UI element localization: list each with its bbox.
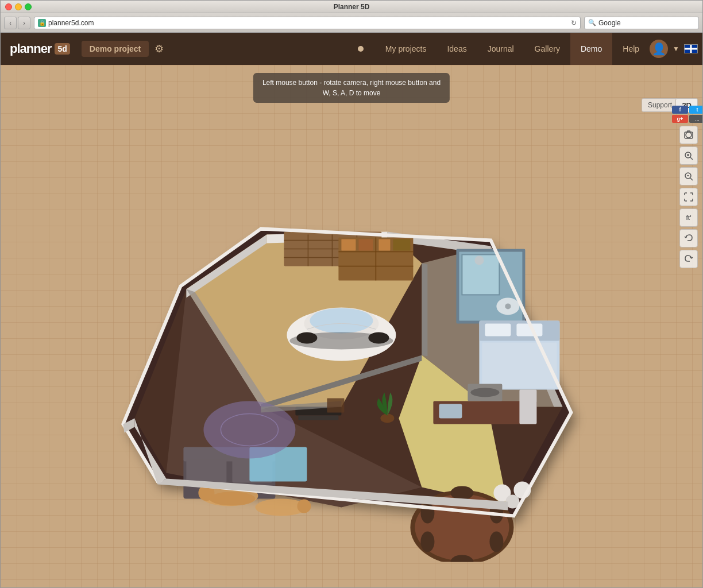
redo-button[interactable] xyxy=(679,250,698,268)
svg-rect-69 xyxy=(298,415,338,420)
maximize-button[interactable] xyxy=(25,3,32,10)
svg-point-81 xyxy=(209,492,255,505)
nav-help[interactable]: Help xyxy=(612,33,650,65)
tooltip-box: Left mouse button - rotate camera, right… xyxy=(253,73,450,103)
project-name[interactable]: Demo project xyxy=(82,41,149,57)
address-bar[interactable]: 🔒 planner5d.com ↻ xyxy=(34,17,581,29)
zoom-in-button[interactable] xyxy=(679,146,698,165)
svg-rect-52 xyxy=(485,323,511,336)
close-button[interactable] xyxy=(5,3,12,10)
svg-point-73 xyxy=(450,486,473,500)
header-right: 👤 ▼ xyxy=(650,40,702,58)
settings-icon[interactable]: ⚙ xyxy=(154,42,164,55)
svg-point-83 xyxy=(297,499,311,513)
nav-gallery[interactable]: Gallery xyxy=(524,33,570,65)
reload-icon[interactable]: ↻ xyxy=(571,19,577,27)
window-title: Planner 5D xyxy=(334,3,370,11)
user-dropdown-arrow[interactable]: ▼ xyxy=(673,45,679,53)
right-toolbar: f t g+ ... xyxy=(679,105,698,268)
svg-rect-54 xyxy=(482,342,557,388)
svg-point-0 xyxy=(686,132,692,138)
nav-my-projects[interactable]: My projects xyxy=(375,33,437,65)
svg-line-8 xyxy=(690,178,693,180)
googleplus-icon[interactable]: g+ xyxy=(672,115,688,123)
svg-point-78 xyxy=(489,531,503,552)
traffic-lights xyxy=(5,3,32,10)
svg-point-49 xyxy=(505,303,511,309)
units-button[interactable]: ft' xyxy=(679,208,698,227)
svg-rect-40 xyxy=(358,239,373,250)
back-button[interactable]: ‹ xyxy=(4,17,17,29)
browser-titlebar: Planner 5D xyxy=(1,1,702,13)
main-viewport[interactable]: Left mouse button - rotate camera, right… xyxy=(1,65,702,587)
search-placeholder: Google xyxy=(598,19,621,27)
svg-rect-41 xyxy=(378,239,390,250)
forward-button[interactable]: › xyxy=(18,17,30,29)
svg-rect-42 xyxy=(393,239,410,250)
floor-plan-3d[interactable] xyxy=(88,125,594,562)
svg-rect-59 xyxy=(519,389,536,424)
screenshot-button[interactable] xyxy=(679,126,698,144)
browser-window: Planner 5D ‹ › 🔒 planner5d.com ↻ 🔍 Googl… xyxy=(0,0,703,588)
svg-rect-39 xyxy=(341,239,356,250)
svg-rect-58 xyxy=(439,404,462,418)
nav-demo[interactable]: Demo xyxy=(570,33,612,65)
logo-area: planner 5d xyxy=(10,41,70,56)
undo-button[interactable] xyxy=(679,229,698,247)
address-text: planner5d.com xyxy=(48,19,569,27)
units-label: ft' xyxy=(686,215,691,221)
svg-point-34 xyxy=(368,332,389,343)
user-avatar[interactable]: 👤 xyxy=(650,40,668,58)
nav-journal[interactable]: Journal xyxy=(477,33,524,65)
svg-point-77 xyxy=(420,531,434,552)
svg-point-33 xyxy=(296,332,317,343)
logo-text: planner xyxy=(10,41,51,56)
tooltip-line1: Left mouse button - rotate camera, right… xyxy=(262,79,441,87)
fullscreen-button[interactable] xyxy=(679,188,698,206)
svg-rect-92 xyxy=(327,398,344,412)
app-content: planner 5d Demo project ⚙ My projects Id… xyxy=(1,33,702,587)
header-nav: My projects Ideas Journal Gallery Demo H… xyxy=(358,33,650,65)
search-bar[interactable]: 🔍 Google xyxy=(584,17,699,29)
svg-point-31 xyxy=(310,308,373,333)
twitter-icon[interactable]: t xyxy=(689,106,702,114)
tooltip-line2: W, S, A, D to move xyxy=(323,89,381,97)
app-header: planner 5d Demo project ⚙ My projects Id… xyxy=(1,33,702,65)
minimize-button[interactable] xyxy=(15,3,22,10)
facebook-icon[interactable]: f xyxy=(672,106,688,114)
svg-point-47 xyxy=(474,256,484,265)
svg-line-5 xyxy=(690,157,693,160)
nav-ideas[interactable]: Ideas xyxy=(437,33,477,65)
zoom-out-button[interactable] xyxy=(679,167,698,185)
svg-marker-20 xyxy=(422,263,427,356)
browser-toolbar: ‹ › 🔒 planner5d.com ↻ 🔍 Google xyxy=(1,13,702,33)
svg-rect-62 xyxy=(186,459,226,482)
social-share-group: f t g+ ... xyxy=(679,105,698,123)
svg-point-70 xyxy=(380,413,394,423)
language-flag[interactable] xyxy=(684,44,698,53)
secure-icon: 🔒 xyxy=(38,19,46,27)
nav-dot xyxy=(358,46,364,52)
more-social-icon[interactable]: ... xyxy=(689,115,702,123)
search-icon: 🔍 xyxy=(588,19,596,26)
project-name-area: Demo project ⚙ xyxy=(82,41,164,57)
logo-5d-badge: 5d xyxy=(55,43,69,55)
nav-buttons: ‹ › xyxy=(4,17,30,29)
svg-point-57 xyxy=(470,388,499,397)
